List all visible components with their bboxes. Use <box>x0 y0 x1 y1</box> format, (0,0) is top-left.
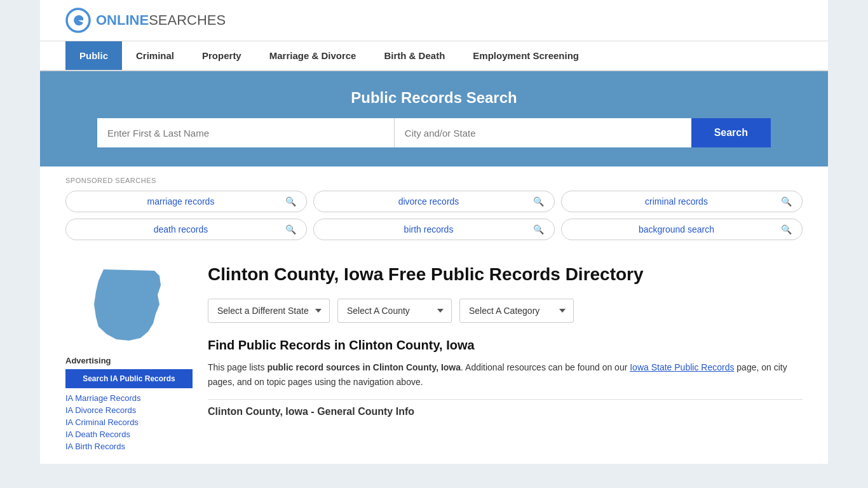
search-icon-0: 🔍 <box>285 196 296 207</box>
sponsored-item-marriage[interactable]: marriage records 🔍 <box>65 191 307 212</box>
search-icon-2: 🔍 <box>781 196 792 207</box>
state-map-area <box>65 263 193 346</box>
find-description: This page lists public record sources in… <box>208 360 803 389</box>
page-heading: Clinton County, Iowa Free Public Records… <box>208 263 803 286</box>
sponsored-link-background[interactable]: background search <box>572 224 781 234</box>
logo-icon <box>65 8 91 33</box>
header: ONLINESEARCHES <box>40 0 828 41</box>
county-dropdown[interactable]: Select A County <box>337 299 452 323</box>
sponsored-link-criminal[interactable]: criminal records <box>572 196 781 207</box>
left-sidebar: Advertising Search IA Public Records IA … <box>65 263 193 451</box>
search-bar: Search <box>97 118 771 147</box>
right-content: Clinton County, Iowa Free Public Records… <box>208 263 803 451</box>
hero-title: Public Records Search <box>65 89 803 107</box>
sidebar-link-marriage[interactable]: IA Marriage Records <box>65 393 193 403</box>
sponsored-link-birth[interactable]: birth records <box>324 224 533 234</box>
sponsored-item-death[interactable]: death records 🔍 <box>65 219 307 240</box>
nav-item-public[interactable]: Public <box>65 41 122 70</box>
nav-item-marriage-divorce[interactable]: Marriage & Divorce <box>255 41 370 70</box>
main-nav: Public Criminal Property Marriage & Divo… <box>40 41 828 71</box>
nav-item-birth-death[interactable]: Birth & Death <box>370 41 459 70</box>
sponsored-item-background[interactable]: background search 🔍 <box>561 219 803 240</box>
search-button[interactable]: Search <box>691 118 771 147</box>
search-icon-1: 🔍 <box>533 196 544 207</box>
search-icon-5: 🔍 <box>781 224 792 234</box>
hero-section: Public Records Search Search <box>40 71 828 166</box>
search-icon-3: 🔍 <box>285 224 296 234</box>
logo[interactable]: ONLINESEARCHES <box>65 8 226 33</box>
sidebar-link-criminal[interactable]: IA Criminal Records <box>65 417 193 427</box>
sponsored-grid: marriage records 🔍 divorce records 🔍 cri… <box>65 191 803 240</box>
state-dropdown[interactable]: Select a Different State <box>208 299 330 323</box>
sponsored-item-criminal[interactable]: criminal records 🔍 <box>561 191 803 212</box>
sidebar-link-death[interactable]: IA Death Records <box>65 430 193 439</box>
sponsored-item-birth[interactable]: birth records 🔍 <box>313 219 555 240</box>
sidebar-link-birth[interactable]: IA Birth Records <box>65 442 193 451</box>
sponsored-link-marriage[interactable]: marriage records <box>76 196 285 207</box>
find-heading: Find Public Records in Clinton County, I… <box>208 338 803 353</box>
nav-item-property[interactable]: Property <box>188 41 255 70</box>
sponsored-link-death[interactable]: death records <box>76 224 285 234</box>
nav-item-employment[interactable]: Employment Screening <box>459 41 593 70</box>
search-icon-4: 🔍 <box>533 224 544 234</box>
sponsored-label: SPONSORED SEARCHES <box>65 177 803 184</box>
sponsored-item-divorce[interactable]: divorce records 🔍 <box>313 191 555 212</box>
iowa-state-link[interactable]: Iowa State Public Records <box>630 362 734 372</box>
category-dropdown[interactable]: Select A Category <box>459 299 574 323</box>
sponsored-section: SPONSORED SEARCHES marriage records 🔍 di… <box>40 166 828 250</box>
general-info-heading: Clinton County, Iowa - General County In… <box>208 399 803 424</box>
name-search-input[interactable] <box>97 118 395 147</box>
sidebar-links: IA Marriage Records IA Divorce Records I… <box>65 393 193 451</box>
ad-search-button[interactable]: Search IA Public Records <box>65 369 193 388</box>
logo-text: ONLINESEARCHES <box>96 12 226 29</box>
nav-item-criminal[interactable]: Criminal <box>122 41 188 70</box>
iowa-state-shape <box>85 263 173 346</box>
sidebar-link-divorce[interactable]: IA Divorce Records <box>65 405 193 415</box>
location-search-input[interactable] <box>395 118 691 147</box>
advertising-label: Advertising <box>65 356 193 365</box>
content-area: Advertising Search IA Public Records IA … <box>40 250 828 464</box>
dropdowns-row: Select a Different State Select A County… <box>208 299 803 323</box>
sponsored-link-divorce[interactable]: divorce records <box>324 196 533 207</box>
